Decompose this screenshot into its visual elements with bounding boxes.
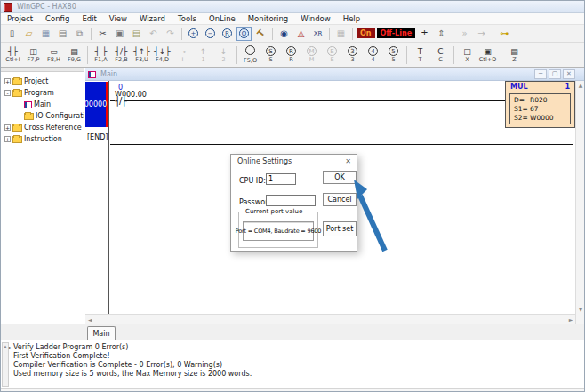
tree-item-io-configuration[interactable]: IO Configuration: [1, 110, 84, 122]
tree-expander-icon[interactable]: +: [4, 136, 11, 142]
transfer-button[interactable]: →: [474, 27, 489, 41]
grid-g-tool[interactable]: ▤F9,G: [65, 44, 84, 66]
offline-badge[interactable]: Off-Line: [377, 28, 416, 38]
coil-5-tool[interactable]: 55: [384, 44, 404, 66]
box-h-tool[interactable]: ▭F8,H: [44, 44, 64, 66]
timer-tool[interactable]: TT: [411, 44, 430, 66]
tree-expander-icon[interactable]: +: [4, 124, 11, 131]
down-tool[interactable]: ↓2: [214, 44, 234, 66]
coil-set-tool[interactable]: SS: [261, 44, 281, 66]
up-tool[interactable]: ↑1: [194, 44, 213, 66]
cross-reference-button[interactable]: XR: [310, 27, 325, 41]
menu-config[interactable]: Config: [39, 14, 76, 23]
tree-item-main[interactable]: Main: [1, 99, 84, 110]
cut-button[interactable]: ✂: [95, 27, 110, 41]
menu-monitoring[interactable]: Monitoring: [242, 14, 294, 23]
redo-button[interactable]: ↷: [163, 27, 178, 41]
tree-item-instruction[interactable]: +Instruction: [1, 133, 84, 145]
coil-4-tool[interactable]: 44: [364, 44, 383, 66]
coil-reset-tool[interactable]: RR: [282, 44, 301, 66]
zoom-select-button[interactable]: Q: [236, 27, 252, 41]
contact-up-tool[interactable]: ┤↑├F3,U: [132, 44, 152, 66]
coil-out-tool[interactable]: F5,O: [241, 44, 260, 66]
password-field[interactable]: [266, 195, 316, 206]
scroll-left-icon[interactable]: ◄: [85, 315, 94, 324]
tree-item-project[interactable]: +Project: [1, 76, 84, 87]
editor-restore-button[interactable]: ▢: [549, 69, 561, 79]
ok-button[interactable]: OK: [323, 171, 357, 184]
go-online-button[interactable]: »: [457, 27, 472, 41]
editor-close-button[interactable]: ✕: [563, 69, 575, 79]
coil-m-tool[interactable]: MM: [302, 44, 322, 66]
undo-button[interactable]: ↶: [146, 27, 161, 41]
print-button[interactable]: ▤: [55, 27, 70, 41]
coil-p-tool[interactable]: ◫F7,P: [24, 44, 44, 66]
tree-item-cross-reference[interactable]: +Cross Reference: [1, 122, 84, 133]
copy-button[interactable]: ▣: [112, 27, 127, 41]
invert-tool[interactable]: ⊸I: [173, 44, 193, 66]
editor-minimize-button[interactable]: ─: [534, 69, 547, 79]
editor-vertical-scrollbar[interactable]: ▲ ▼: [575, 81, 584, 324]
new-button[interactable]: ▯: [4, 27, 20, 41]
menu-help[interactable]: Help: [337, 14, 366, 23]
coil-e-tool[interactable]: EE: [323, 44, 342, 66]
mul-param-row: S1=67: [514, 105, 570, 114]
menu-view[interactable]: View: [103, 14, 133, 23]
open-button[interactable]: ▱: [21, 27, 36, 41]
contact-b-tool[interactable]: ┤/├F2,B: [112, 44, 132, 66]
counter-tool[interactable]: CC: [431, 44, 451, 66]
editor-horizontal-scrollbar[interactable]: ◄ ►: [85, 314, 575, 324]
contact-a-tool[interactable]: ┤ ├F1,A: [92, 44, 111, 66]
updown-button[interactable]: ⇕: [434, 27, 449, 41]
coil-3-tool[interactable]: 33: [343, 44, 363, 66]
build-button[interactable]: T: [253, 27, 268, 41]
folder-icon: [12, 136, 22, 143]
nc-contact-symbol[interactable]: ┤/├: [115, 96, 125, 106]
zone-tool[interactable]: ▤Z: [505, 44, 525, 66]
contact-no-tool[interactable]: ┤├Ctl+I: [4, 44, 23, 66]
on-badge[interactable]: On: [357, 28, 375, 38]
scroll-up-icon[interactable]: ▲: [576, 81, 584, 90]
menu-project[interactable]: Project: [1, 14, 39, 23]
save-button[interactable]: ▦: [38, 27, 53, 41]
menu-wizard[interactable]: Wizard: [133, 14, 172, 23]
zoom-custom-button[interactable]: R: [220, 27, 235, 41]
tree-expander-icon[interactable]: -: [4, 90, 11, 96]
scroll-down-icon[interactable]: ▼: [576, 305, 584, 314]
port-set-button[interactable]: Port set: [323, 221, 357, 236]
find-button[interactable]: ◉: [276, 27, 292, 41]
toolbar-ladder: ┤├Ctl+I◫F7,P▭F8,H▤F9,G┤ ├F1,A┤/├F2,B┤↑├F…: [1, 43, 584, 68]
menu-edit[interactable]: Edit: [76, 14, 102, 23]
rung-address-cell[interactable]: 00000: [85, 82, 108, 127]
folder-icon: [12, 90, 22, 97]
output-current-marker: ▸: [9, 344, 12, 350]
box-x-tool[interactable]: □X: [458, 44, 477, 66]
cpu-id-label: CPU ID:: [239, 177, 266, 185]
dialog-close-icon[interactable]: ✕: [345, 157, 351, 165]
end-rung-label: [END]: [87, 133, 108, 141]
paste-button[interactable]: ▤: [129, 27, 144, 41]
plus-minus-button[interactable]: ±: [417, 27, 432, 41]
mul-instruction-block[interactable]: MUL 1 D=R020S1=67S2=W0000: [505, 81, 575, 128]
print-preview-button[interactable]: ⧉: [72, 27, 87, 41]
menu-window[interactable]: Window: [294, 14, 337, 23]
zoom-out-button[interactable]: −: [203, 27, 218, 41]
tree-expander-icon[interactable]: +: [4, 78, 11, 84]
menu-online[interactable]: OnLine: [203, 14, 242, 23]
cpu-id-field[interactable]: [266, 173, 296, 185]
output-line: Verify Ladder Program 0 Error(s): [13, 343, 581, 352]
output-line: First Verification Complete!: [13, 352, 581, 361]
tab-main[interactable]: Main: [87, 326, 116, 340]
monitor-button[interactable]: ▦: [333, 27, 349, 41]
zoom-in-button[interactable]: +: [186, 27, 201, 41]
key-icon-button[interactable]: ⊶: [497, 27, 512, 41]
toolbar-separator: [236, 46, 237, 64]
delete-tool[interactable]: ▣Ctl+D: [478, 44, 498, 66]
contact-down-tool[interactable]: ┤↓├F4,D: [153, 44, 172, 66]
find-replace-button[interactable]: ◬: [293, 27, 309, 41]
output-scrollbar[interactable]: ▴: [2, 342, 9, 387]
scroll-right-icon[interactable]: ►: [566, 315, 575, 324]
menu-tools[interactable]: Tools: [172, 14, 203, 23]
cancel-button[interactable]: Cancel: [323, 193, 357, 206]
tree-item-program[interactable]: -Program: [1, 87, 84, 99]
